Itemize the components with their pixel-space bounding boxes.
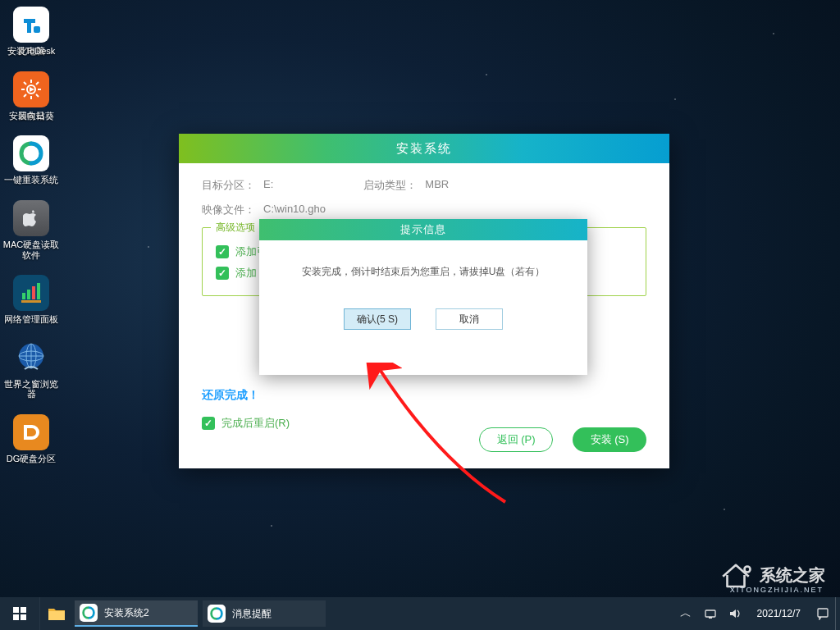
desktop-icons-col2: 安装ToDesk 安装向日葵 bbox=[5, 7, 57, 121]
diskgenius-icon bbox=[13, 414, 49, 450]
installer-task-icon bbox=[80, 604, 98, 622]
desktop-icon-label: 安装ToDesk bbox=[2, 46, 60, 57]
desktop-icon-todesk[interactable]: 安装ToDesk bbox=[5, 7, 57, 57]
svg-rect-30 bbox=[709, 617, 712, 619]
tray-network-icon[interactable] bbox=[698, 597, 723, 630]
taskbar-task-label: 消息提醒 bbox=[232, 607, 272, 621]
svg-rect-29 bbox=[705, 610, 715, 617]
checkmark-icon bbox=[216, 245, 229, 258]
desktop-icon-mac-disk-reader[interactable]: MAC硬盘读取软件 bbox=[5, 200, 57, 260]
tray-volume-icon[interactable] bbox=[723, 597, 747, 630]
svg-rect-8 bbox=[22, 293, 25, 299]
prompt-title: 提示信息 bbox=[259, 219, 587, 240]
desktop-icon-world-browser[interactable]: 世界之窗浏览器 bbox=[5, 340, 57, 399]
checkmark-icon bbox=[202, 417, 215, 430]
svg-point-27 bbox=[745, 567, 751, 573]
tray-notifications-icon[interactable] bbox=[810, 597, 835, 630]
back-button[interactable]: 返回 (P) bbox=[479, 427, 553, 452]
boot-type-label: 启动类型： bbox=[363, 178, 417, 193]
checkbox-label: 完成后重启(R) bbox=[221, 416, 290, 431]
mac-disk-icon bbox=[13, 200, 49, 236]
checkmark-icon bbox=[216, 267, 229, 280]
installer-title: 安装系统 bbox=[179, 134, 669, 163]
taskbar-task-label: 安装系统2 bbox=[104, 606, 149, 620]
svg-line-25 bbox=[24, 94, 26, 97]
taskbar-file-explorer[interactable] bbox=[39, 597, 72, 630]
target-partition-value: E: bbox=[263, 178, 273, 193]
desktop-icon-dg-partition[interactable]: DG硬盘分区 bbox=[5, 414, 57, 464]
watermark-subtext: XITONGZHIJIA.NET bbox=[730, 586, 824, 594]
taskbar: 安装系统2 消息提醒 ︿ 2021/12/7 bbox=[0, 597, 840, 630]
cancel-button[interactable]: 取消 bbox=[436, 308, 503, 330]
advanced-options-legend: 高级选项 bbox=[211, 221, 260, 235]
svg-marker-26 bbox=[30, 87, 34, 92]
taskbar-task-message[interactable]: 消息提醒 bbox=[203, 600, 326, 627]
folder-icon bbox=[48, 606, 66, 621]
desktop-icon-label: 网络管理面板 bbox=[2, 314, 60, 325]
svg-rect-12 bbox=[21, 300, 41, 303]
confirm-button[interactable]: 确认(5 S) bbox=[344, 308, 411, 330]
desktop-icon-label: MAC硬盘读取软件 bbox=[2, 240, 60, 260]
image-file-value: C:\win10.gho bbox=[263, 203, 326, 217]
globe-icon bbox=[13, 340, 49, 376]
svg-line-24 bbox=[36, 82, 39, 84]
svg-rect-9 bbox=[27, 290, 30, 299]
network-panel-icon bbox=[13, 275, 49, 311]
windows-logo-icon bbox=[13, 607, 26, 620]
svg-rect-11 bbox=[37, 283, 40, 299]
prompt-message: 安装完成，倒计时结束后为您重启，请拔掉U盘（若有） bbox=[276, 265, 571, 279]
desktop-icon-label: 一键重装系统 bbox=[2, 175, 60, 185]
svg-line-22 bbox=[24, 82, 26, 84]
desktop-icon-label: 安装向日葵 bbox=[2, 111, 60, 121]
message-task-icon bbox=[208, 605, 226, 623]
prompt-dialog: 提示信息 安装完成，倒计时结束后为您重启，请拔掉U盘（若有） 确认(5 S) 取… bbox=[259, 219, 587, 375]
reinstall-icon bbox=[13, 135, 49, 171]
desktop-icon-sunflower[interactable]: 安装向日葵 bbox=[5, 71, 57, 121]
svg-rect-28 bbox=[48, 611, 65, 620]
image-file-label: 映像文件： bbox=[202, 203, 255, 217]
todesk-icon bbox=[13, 7, 49, 43]
taskbar-task-installer[interactable]: 安装系统2 bbox=[75, 600, 198, 627]
desktop-icon-network-manager[interactable]: 网络管理面板 bbox=[5, 275, 57, 325]
checkbox-label: 添加 bbox=[235, 266, 257, 281]
tray-chevron-icon[interactable]: ︿ bbox=[673, 597, 698, 630]
sunflower-icon bbox=[13, 71, 49, 107]
desktop-icon-label: 世界之窗浏览器 bbox=[2, 379, 60, 399]
svg-line-23 bbox=[36, 94, 39, 97]
boot-type-value: MBR bbox=[425, 178, 449, 193]
watermark-text: 系统之家 bbox=[760, 564, 825, 587]
target-partition-label: 目标分区： bbox=[202, 178, 255, 193]
taskbar-clock[interactable]: 2021/12/7 bbox=[747, 608, 810, 619]
restore-complete-status: 还原完成！ bbox=[202, 388, 646, 403]
install-button[interactable]: 安装 (S) bbox=[573, 427, 646, 452]
svg-rect-16 bbox=[34, 26, 40, 33]
start-button[interactable] bbox=[0, 597, 39, 630]
svg-rect-10 bbox=[32, 286, 35, 299]
desktop-icon-label: DG硬盘分区 bbox=[2, 454, 60, 464]
desktop-icon-onekey-reinstall[interactable]: 一键重装系统 bbox=[5, 135, 57, 185]
svg-rect-31 bbox=[818, 609, 828, 617]
show-desktop-button[interactable] bbox=[835, 597, 840, 630]
checkbox-restart-after[interactable]: 完成后重启(R) bbox=[202, 416, 290, 431]
